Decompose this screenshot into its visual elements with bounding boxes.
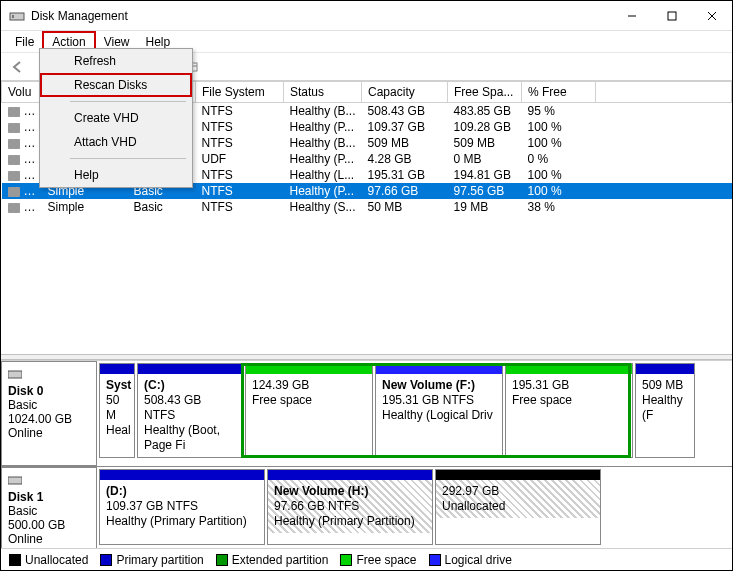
cell-free: 509 MB [448,135,522,151]
cell-free: 194.81 GB [448,167,522,183]
disk-type: Basic [8,504,90,518]
legend-logical: Logical drive [429,553,512,567]
partition-status: Unallocated [442,499,505,513]
cell-pct: 0 % [522,151,596,167]
legend-free: Free space [340,553,416,567]
partition-status: Healthy (F [642,393,683,422]
app-icon [9,8,25,24]
partition-status: Healthy (Primary Partition) [274,514,415,528]
col-volume[interactable]: Volu [2,82,42,103]
partition-status: Heal [106,423,131,437]
volume-name-cell: (D [2,119,42,135]
partition-size: 292.97 GB [442,484,499,498]
menu-item-create-vhd[interactable]: Create VHD [40,106,192,130]
cell-fs: NTFS [196,183,284,199]
partition[interactable]: 195.31 GBFree space [505,363,633,458]
partition-body: 124.39 GBFree space [246,374,372,412]
cell-pct: 38 % [522,199,596,215]
disk-row: Disk 1Basic500.00 GBOnline(D:)109.37 GB … [1,467,732,548]
menu-item-rescan-disks[interactable]: Rescan Disks [40,73,192,97]
cell-fs: NTFS [196,167,284,183]
cell-status: Healthy (B... [284,135,362,151]
cell-capacity: 508.43 GB [362,103,448,120]
partition[interactable]: (D:)109.37 GB NTFSHealthy (Primary Parti… [99,469,265,545]
volume-name-cell: (Di [2,135,42,151]
back-button[interactable] [7,56,29,78]
cell-fs: NTFS [196,103,284,120]
partition-title: (C:) [144,378,165,392]
partition-color-bar [506,364,632,374]
partition-body: 509 MBHealthy (F [636,374,694,427]
partition-color-bar [100,470,264,480]
cell-capacity: 509 MB [362,135,448,151]
cell-fs: NTFS [196,119,284,135]
table-row[interactable]: System ReservedSimpleBasicNTFSHealthy (S… [2,199,732,215]
col-filesystem[interactable]: File System [196,82,284,103]
partition[interactable]: New Volume (H:)97.66 GB NTFSHealthy (Pri… [267,469,433,545]
partition-body: (D:)109.37 GB NTFSHealthy (Primary Parti… [100,480,264,533]
cell-status: Healthy (P... [284,119,362,135]
partition-color-bar [636,364,694,374]
disk-name: Disk 1 [8,490,90,504]
legend-extended: Extended partition [216,553,329,567]
minimize-button[interactable] [612,2,652,30]
partition-size: 195.31 GB [512,378,569,392]
drive-icon [8,187,20,197]
disk-row: Disk 0Basic1024.00 GBOnlineSyst50 MHeal(… [1,361,732,467]
partition[interactable]: 509 MBHealthy (F [635,363,695,458]
partition[interactable]: Syst50 MHeal [99,363,135,458]
cell-fs: NTFS [196,199,284,215]
cell-status: Healthy (S... [284,199,362,215]
disk-size: 1024.00 GB [8,412,90,426]
partition-title: Syst [106,378,131,392]
col-status[interactable]: Status [284,82,362,103]
cell-fs: NTFS [196,135,284,151]
disk-status: Online [8,426,90,440]
partition-body: (C:)508.43 GB NTFSHealthy (Boot, Page Fi [138,374,242,457]
svg-rect-3 [668,12,676,20]
partition-color-bar [268,470,432,480]
maximize-button[interactable] [652,2,692,30]
menu-item-refresh[interactable]: Refresh [40,49,192,73]
cell-type: Basic [128,199,196,215]
cell-free: 19 MB [448,199,522,215]
menu-file[interactable]: File [7,33,42,51]
col-capacity[interactable]: Capacity [362,82,448,103]
disk-map: (D:)109.37 GB NTFSHealthy (Primary Parti… [97,467,732,548]
col-pct[interactable]: % Free [522,82,596,103]
cell-capacity: 4.28 GB [362,151,448,167]
partition-body: 195.31 GBFree space [506,374,632,412]
titlebar: Disk Management [1,1,732,31]
cell-fs: UDF [196,151,284,167]
partition-size: 508.43 GB NTFS [144,393,201,422]
partition[interactable]: (C:)508.43 GB NTFSHealthy (Boot, Page Fi [137,363,243,458]
close-button[interactable] [692,2,732,30]
cell-capacity: 50 MB [362,199,448,215]
partition[interactable]: 124.39 GBFree space [245,363,373,458]
disk-name: Disk 0 [8,384,90,398]
menu-item-help[interactable]: Help [40,163,192,187]
cell-free: 97.56 GB [448,183,522,199]
cell-pct: 100 % [522,135,596,151]
partition-color-bar [246,364,372,374]
menu-item-attach-vhd[interactable]: Attach VHD [40,130,192,154]
disk-label[interactable]: Disk 1Basic500.00 GBOnline [1,467,97,548]
col-free[interactable]: Free Spa... [448,82,522,103]
col-spacer [596,82,732,103]
disk-type: Basic [8,398,90,412]
cell-pct: 95 % [522,103,596,120]
partition[interactable]: New Volume (F:)195.31 GB NTFSHealthy (Lo… [375,363,503,458]
disk-management-window: Disk Management File Action View Help ? … [0,0,733,571]
cell-capacity: 109.37 GB [362,119,448,135]
partition-size: 109.37 GB NTFS [106,499,198,513]
volume-name-cell: ESI [2,151,42,167]
partition-color-bar [100,364,134,374]
disk-label[interactable]: Disk 0Basic1024.00 GBOnline [1,361,97,466]
cell-status: Healthy (P... [284,183,362,199]
partition[interactable]: 292.97 GBUnallocated [435,469,601,545]
legend: Unallocated Primary partition Extended p… [1,548,732,570]
partition-title: New Volume (F:) [382,378,475,392]
drive-icon [8,155,20,165]
partition-status: Healthy (Primary Partition) [106,514,247,528]
partition-body: New Volume (F:)195.31 GB NTFSHealthy (Lo… [376,374,502,427]
